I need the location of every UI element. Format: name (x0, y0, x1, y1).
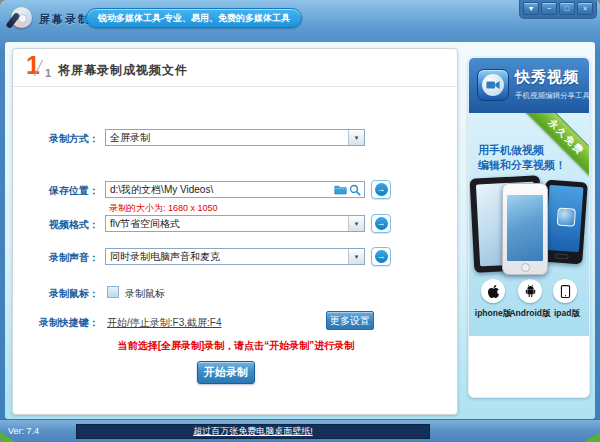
hotkeys-link[interactable]: 开始/停止录制:F3,截屏:F4 (107, 316, 221, 330)
record-mouse-checkbox[interactable] (107, 286, 119, 298)
android-platform-button[interactable] (518, 279, 542, 303)
app-logo-icon (9, 5, 33, 29)
video-format-dropdown-button[interactable]: ▼ (348, 216, 364, 231)
arrow-right-icon: → (375, 217, 388, 230)
sidebar-app-name: 快秀视频 (515, 68, 579, 87)
chevron-down-icon: ▼ (354, 221, 360, 227)
apple-icon (487, 284, 500, 299)
promo-text: 用手机做视频 编辑和分享视频！ (478, 143, 566, 173)
chevron-down-icon: ▼ (354, 254, 360, 260)
device-showcase (469, 175, 589, 275)
android-app-icon (557, 208, 576, 227)
record-sound-label: 录制声音： (19, 251, 99, 265)
maximize-icon: □ (561, 4, 574, 14)
record-mode-value: 全屏录制 (106, 131, 348, 145)
sidebar-header: 快秀视频 手机视频编辑分享工具 (469, 58, 589, 113)
save-path-icons (334, 184, 364, 196)
promo-line-2: 编辑和分享视频！ (478, 158, 566, 173)
close-icon: × (579, 4, 592, 14)
iphone-screen (507, 195, 543, 261)
window-controls: ▼ − □ × (519, 0, 597, 19)
app-window: 屏幕录制 锐动多媒体工具-专业、易用、免费的多媒体工具 ▼ − □ × 1 1 … (0, 0, 600, 442)
android-icon (523, 284, 538, 299)
tablet-icon (558, 284, 573, 299)
sidebar-footer (469, 336, 589, 398)
maximize-button[interactable]: □ (559, 2, 575, 15)
search-icon[interactable] (349, 184, 361, 196)
footer-promo-strip: 超过百万张免费电脑桌面壁纸! (76, 424, 430, 439)
video-format-go-button[interactable]: → (371, 214, 391, 233)
promo-line-1: 用手机做视频 (478, 143, 566, 158)
arrow-right-icon: → (375, 183, 388, 196)
green-corner-left (0, 432, 16, 442)
statusbar: Ver: 7.4 超过百万张免费电脑桌面壁纸! (0, 419, 600, 442)
android-home-button (554, 253, 568, 259)
chevron-down-icon: ▼ (525, 4, 538, 14)
arrow-right-icon: → (375, 250, 388, 263)
sidebar-app-subtitle: 手机视频编辑分享工具 (515, 91, 590, 101)
start-recording-button[interactable]: 开始录制 (197, 361, 255, 384)
record-mode-row: 录制方式： 全屏录制 ▼ (13, 129, 457, 149)
save-path-label: 保存位置： (19, 184, 99, 198)
android-screen (545, 185, 583, 252)
promo-sidebar[interactable]: 快秀视频 手机视频编辑分享工具 永久免费 用手机做视频 编辑和分享视频！ (468, 57, 590, 398)
instruction-text: 当前选择[全屏录制]录制，请点击“开始录制”进行录制 (13, 339, 459, 353)
iphone-image (502, 183, 548, 275)
save-path-input[interactable]: d:\我的文档\My Videos\ (105, 181, 365, 198)
record-sound-go-button[interactable]: → (371, 247, 391, 266)
video-camera-icon (477, 69, 509, 101)
save-path-go-button[interactable]: → (371, 180, 391, 199)
record-mouse-label: 录制鼠标： (19, 287, 99, 301)
record-mode-dropdown-button[interactable]: ▼ (348, 130, 364, 145)
folder-icon[interactable] (334, 184, 347, 195)
camera-lens (482, 74, 504, 96)
video-format-value: flv节省空间格式 (106, 217, 348, 231)
camcorder-glyph-icon (486, 80, 500, 90)
record-mouse-checkbox-label: 录制鼠标 (125, 287, 165, 301)
video-format-select[interactable]: flv节省空间格式 ▼ (105, 215, 365, 232)
save-path-row: 保存位置： d:\我的文档\My Videos\ (13, 181, 457, 201)
minimize-icon: − (543, 4, 556, 14)
content-area: 1 1 将屏幕录制成视频文件 录制方式： 全屏录制 ▼ 录制的大小为: 1680… (5, 42, 595, 419)
video-format-row: 视频格式： flv节省空间格式 ▼ → (13, 215, 457, 235)
record-mouse-row: 录制鼠标： 录制鼠标 (13, 284, 457, 304)
step-total: 1 (45, 67, 51, 79)
record-sound-value: 同时录制电脑声音和麦克 (106, 250, 348, 264)
title-tooltip-bubble: 锐动多媒体工具-专业、易用、免费的多媒体工具 (86, 8, 302, 28)
record-mode-label: 录制方式： (19, 132, 99, 146)
chevron-down-icon: ▼ (354, 135, 360, 141)
record-mode-select[interactable]: 全屏录制 ▼ (105, 129, 365, 146)
close-button[interactable]: × (577, 2, 593, 15)
record-sound-select[interactable]: 同时录制电脑声音和麦克 ▼ (105, 248, 365, 265)
menu-button[interactable]: ▼ (523, 2, 539, 15)
step-header: 1 1 将屏幕录制成视频文件 (13, 49, 457, 87)
video-format-label: 视频格式： (19, 218, 99, 232)
hotkeys-label: 录制快捷键： (19, 316, 99, 330)
minimize-button[interactable]: − (541, 2, 557, 15)
save-path-value: d:\我的文档\My Videos\ (106, 183, 334, 197)
title-tooltip-text: 锐动多媒体工具-专业、易用、免费的多媒体工具 (98, 12, 290, 25)
sidebar-body: 永久免费 用手机做视频 编辑和分享视频！ (469, 113, 589, 336)
titlebar: 屏幕录制 锐动多媒体工具-专业、易用、免费的多媒体工具 ▼ − □ × (0, 0, 600, 42)
iphone-platform-button[interactable] (481, 279, 505, 303)
main-card: 1 1 将屏幕录制成视频文件 录制方式： 全屏录制 ▼ 录制的大小为: 1680… (12, 48, 458, 415)
green-corner-right (584, 432, 600, 442)
record-size-note: 录制的大小为: 1680 x 1050 (109, 202, 218, 215)
wallpaper-promo-link[interactable]: 超过百万张免费电脑桌面壁纸! (193, 425, 313, 438)
more-settings-button[interactable]: 更多设置 (326, 311, 374, 330)
ipad-platform-button[interactable] (553, 279, 577, 303)
android-platform-label: Android版 (508, 308, 552, 320)
ipad-platform-label: ipad版 (549, 308, 585, 320)
record-sound-dropdown-button[interactable]: ▼ (348, 249, 364, 264)
iphone-home-button (521, 263, 530, 272)
page-title: 将屏幕录制成视频文件 (58, 62, 188, 79)
record-sound-row: 录制声音： 同时录制电脑声音和麦克 ▼ → (13, 248, 457, 268)
hotkeys-row: 录制快捷键： 开始/停止录制:F3,截屏:F4 更多设置 (13, 313, 457, 333)
